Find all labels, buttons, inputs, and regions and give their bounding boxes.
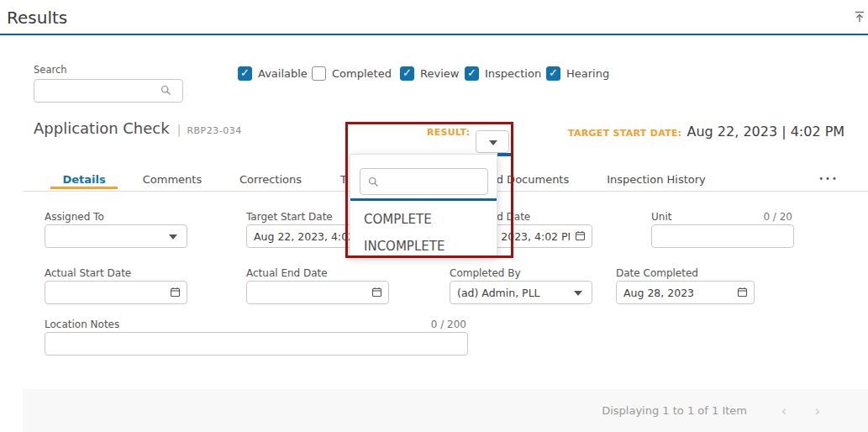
- completed-by-label: Completed By: [450, 267, 521, 279]
- inspection-checkbox-box[interactable]: [465, 66, 479, 81]
- location-notes-label: Location Notes: [45, 319, 119, 330]
- search-icon[interactable]: [160, 85, 171, 96]
- page-header: Results: [0, 0, 868, 35]
- calendar-icon[interactable]: [170, 287, 181, 298]
- completed-by-select[interactable]: [450, 281, 592, 304]
- unit-counter: 0 / 20: [763, 211, 792, 223]
- search-field: [34, 79, 183, 103]
- unit-field: Unit 0 / 20: [651, 211, 794, 250]
- completed-by-field: Completed By: [450, 267, 592, 306]
- review-checkbox-box[interactable]: [400, 66, 414, 81]
- completed-checkbox-label: Completed: [332, 67, 392, 80]
- actual-start-date-field: Actual Start Date: [45, 267, 187, 306]
- result-dropdown-underline: [350, 198, 497, 201]
- calendar-icon[interactable]: [371, 287, 382, 298]
- hearing-checkbox-label: Hearing: [566, 67, 609, 80]
- checkbox-hearing[interactable]: Hearing: [546, 66, 609, 81]
- unit-input[interactable]: [651, 224, 794, 248]
- page-title: Results: [7, 8, 67, 28]
- results-page: Results Search Available Completed Revie…: [0, 0, 868, 432]
- result-dropdown-popup: COMPLETE INCOMPLETE: [350, 154, 497, 256]
- option-complete[interactable]: COMPLETE: [350, 207, 497, 232]
- location-notes-field: Location Notes 0 / 200: [45, 319, 468, 357]
- checkbox-review[interactable]: Review: [400, 66, 459, 81]
- completed-by-caret-icon[interactable]: [574, 291, 582, 296]
- date-completed-field: Date Completed: [616, 267, 755, 306]
- review-checkbox-label: Review: [420, 67, 459, 80]
- tab-documents[interactable]: d Documents: [491, 171, 575, 191]
- record-header: Application Check | RBP23-034: [34, 119, 242, 137]
- option-incomplete[interactable]: INCOMPLETE: [350, 234, 497, 259]
- result-label: RESULT:: [427, 127, 470, 138]
- search-icon: [368, 176, 379, 187]
- date-completed-label: Date Completed: [616, 267, 698, 279]
- assigned-to-caret-icon[interactable]: [169, 234, 177, 240]
- target-start-date-value: Aug 22, 2023 | 4:02 PM: [687, 124, 845, 140]
- tab-comments[interactable]: Comments: [134, 171, 210, 191]
- actual-start-date-input[interactable]: [45, 281, 187, 304]
- available-checkbox-box[interactable]: [238, 66, 252, 81]
- unit-label: Unit: [651, 211, 671, 223]
- location-notes-counter: 0 / 200: [431, 319, 466, 330]
- dropdown-caret-icon: [489, 140, 497, 145]
- record-title: Application Check: [34, 119, 170, 137]
- previous-page-button[interactable]: ‹: [767, 403, 801, 419]
- target-start-date-label: TARGET START DATE:: [568, 128, 682, 139]
- result-select-focus-underline: [497, 153, 511, 156]
- record-separator: |: [177, 123, 181, 136]
- inspection-checkbox-label: Inspection: [485, 67, 541, 80]
- scroll-to-top-icon[interactable]: [853, 10, 866, 24]
- actual-end-date-input[interactable]: [246, 281, 389, 304]
- assigned-to-field: Assigned To: [45, 211, 187, 250]
- target-start-date-field-label: Target Start Date: [246, 211, 333, 223]
- checkbox-available[interactable]: Available: [238, 66, 308, 81]
- hearing-checkbox-box[interactable]: [546, 66, 560, 81]
- next-page-button[interactable]: ›: [801, 403, 834, 419]
- actual-end-date-field: Actual End Date: [246, 267, 389, 306]
- pagination-bar: Displaying 1 to 1 of 1 Item ‹ ›: [23, 389, 868, 432]
- result-select-button[interactable]: [476, 130, 509, 153]
- calendar-icon[interactable]: [737, 287, 748, 298]
- record-number: RBP23-034: [187, 125, 241, 136]
- available-checkbox-label: Available: [258, 67, 308, 80]
- result-dropdown-search-input[interactable]: [360, 169, 487, 194]
- assigned-to-select[interactable]: [45, 224, 187, 248]
- result-dropdown-search: [360, 168, 488, 195]
- location-notes-input[interactable]: [45, 332, 468, 356]
- assigned-to-label: Assigned To: [45, 211, 104, 223]
- calendar-icon[interactable]: [575, 230, 586, 241]
- date-completed-input[interactable]: [616, 281, 755, 304]
- pagination-summary: Displaying 1 to 1 of 1 Item: [602, 404, 747, 417]
- actual-start-date-label: Actual Start Date: [45, 267, 131, 279]
- active-tab-indicator: [50, 187, 118, 189]
- tab-corrections[interactable]: Corrections: [225, 171, 316, 191]
- search-label: Search: [34, 64, 67, 76]
- checkbox-inspection[interactable]: Inspection: [465, 66, 541, 81]
- tab-inspection-history[interactable]: Inspection History: [602, 171, 710, 191]
- target-start-date-header: TARGET START DATE: Aug 22, 2023 | 4:02 P…: [568, 124, 844, 140]
- checkbox-completed[interactable]: Completed: [312, 66, 392, 81]
- tab-overflow-icon[interactable]: •••: [813, 171, 844, 191]
- completed-checkbox-box[interactable]: [312, 66, 326, 81]
- actual-end-date-label: Actual End Date: [246, 267, 328, 279]
